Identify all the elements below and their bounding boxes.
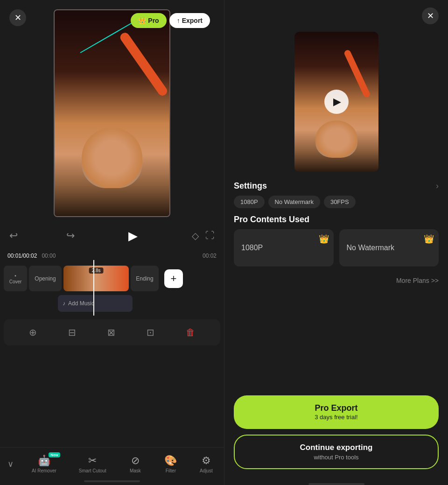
pro-cards: 1080P 👑 No Watermark 👑 (234, 229, 439, 267)
pro-export-label: Pro Export (241, 403, 431, 414)
crown-icon-small: 👑 (138, 17, 146, 24)
play-overlay-button[interactable]: ▶ (324, 90, 349, 114)
ending-track[interactable]: Ending (131, 266, 159, 291)
thumb-bowl (315, 120, 357, 158)
video-preview-area: ✕ 👑 Pro ↑ Export (0, 0, 224, 222)
new-badge: New (49, 452, 60, 457)
keyframe-icon[interactable]: ◇ (192, 230, 199, 241)
cover-icon: ▪ (14, 273, 16, 278)
cover-label[interactable]: ▪ Cover (4, 266, 27, 291)
pro-contents-title: Pro Contents Used (234, 215, 309, 225)
settings-section: Settings › 1080P No Watermark 30FPS (224, 181, 448, 215)
music-icon: ♪ (63, 300, 65, 307)
timecode-mid: 00:00 (42, 253, 56, 259)
pro-card-1080p-label: 1080P (241, 244, 263, 252)
close-button-right[interactable]: ✕ (422, 7, 439, 24)
ice-cream-bowl (82, 127, 142, 188)
pro-export-sub: 3 days free trial! (241, 414, 431, 422)
tab-adjust[interactable]: ⚙ Adjust (196, 452, 217, 476)
export-button[interactable]: ↑ Export (169, 13, 210, 28)
undo-button[interactable]: ↩ (9, 230, 18, 242)
redo-button[interactable]: ↪ (66, 230, 75, 242)
tab-smart-cutout-label: Smart Cutout (79, 468, 106, 474)
right-header: ✕ (224, 0, 448, 32)
pro-contents-header: Pro Contents Used (234, 215, 439, 225)
close-button-left[interactable]: ✕ (9, 9, 26, 26)
play-button[interactable]: ▶ (123, 225, 143, 246)
filter-icon: 🎨 (164, 454, 177, 467)
continue-export-button[interactable]: Continue exporting without Pro tools (234, 435, 439, 469)
copy-tool-icon[interactable]: ⊕ (27, 325, 39, 340)
settings-tags: 1080P No Watermark 30FPS (234, 196, 439, 208)
adjust-tool-icon[interactable]: ⊡ (145, 325, 156, 340)
crown-icon-no-watermark: 👑 (424, 234, 434, 244)
clip-duration-badge: 2.8s (89, 267, 104, 274)
trim-tool-icon[interactable]: ⊠ (105, 325, 117, 340)
pro-card-1080p[interactable]: 1080P 👑 (234, 229, 334, 267)
timeline-section: 00:01/00:02 00:00 00:02 ▪ Cover Opening … (0, 250, 224, 317)
tab-mask-label: Mask (130, 468, 141, 474)
collapse-button[interactable]: ∨ (0, 459, 21, 469)
pro-button[interactable]: 👑 Pro (131, 13, 166, 28)
settings-header: Settings › (234, 181, 439, 191)
right-panel: ✕ ▶ Settings › 1080P No Watermark 30FPS … (224, 0, 448, 485)
tab-items: 🤖 AI Remover New ✂ Smart Cutout ⊘ Mask 🎨… (21, 452, 224, 476)
adjust-icon: ⚙ (200, 454, 213, 467)
tab-filter-label: Filter (166, 468, 176, 474)
smart-cutout-icon: ✂ (86, 454, 99, 467)
delete-tool-icon[interactable]: 🗑 (184, 325, 197, 340)
video-frame (54, 9, 170, 217)
bottom-tabs: ∨ 🤖 AI Remover New ✂ Smart Cutout ⊘ Mask… (0, 447, 224, 478)
pro-contents-section: Pro Contents Used 1080P 👑 No Watermark 👑 (224, 215, 448, 273)
music-track[interactable]: ♪ Add Music (58, 295, 133, 312)
more-plans-link[interactable]: More Plans >> (224, 273, 448, 292)
spoon-visual (119, 31, 169, 98)
settings-tag-1080p[interactable]: 1080P (234, 196, 265, 208)
settings-title: Settings (234, 181, 267, 191)
tab-mask[interactable]: ⊘ Mask (125, 452, 146, 476)
tab-filter[interactable]: 🎨 Filter (161, 452, 181, 476)
pro-export-button-group: 👑 Pro ↑ Export (131, 13, 210, 28)
continue-export-label: Continue exporting (300, 443, 373, 452)
thumb-spoon (343, 49, 371, 98)
add-track-button[interactable]: + (164, 269, 183, 288)
scroll-indicator-right (308, 483, 364, 485)
timecode-bar: 00:01/00:02 00:00 00:02 (0, 252, 224, 260)
timecode-end: 00:02 (203, 253, 217, 259)
upload-icon: ↑ (177, 17, 180, 24)
scroll-indicator-left (84, 480, 140, 482)
action-buttons: Pro Export 3 days free trial! Continue e… (224, 395, 448, 478)
timeline-tracks: ▪ Cover Opening 2.8s Ending + ♪ (0, 260, 224, 316)
fullscreen-icon[interactable]: ⛶ (205, 230, 215, 241)
settings-tag-30fps[interactable]: 30FPS (324, 196, 356, 208)
tab-adjust-label: Adjust (200, 468, 213, 474)
settings-chevron-icon[interactable]: › (436, 181, 439, 191)
left-panel: ✕ 👑 Pro ↑ Export ↩ ↪ ▶ ◇ (0, 0, 224, 485)
timeline-controls: ◇ ⛶ (192, 230, 215, 241)
pro-card-no-watermark-label: No Watermark (347, 244, 395, 252)
edit-tools-bar: ⊕ ⊟ ⊠ ⊡ 🗑 (4, 319, 220, 345)
tab-ai-remover-label: AI Remover (32, 468, 56, 474)
tab-ai-remover[interactable]: 🤖 AI Remover New (28, 452, 60, 476)
continue-export-sub: without Pro tools (241, 453, 431, 462)
video-clip-track[interactable]: 2.8s (63, 266, 129, 291)
opening-track[interactable]: Opening (29, 266, 62, 291)
split-tool-icon[interactable]: ⊟ (66, 325, 78, 340)
video-background (55, 10, 169, 216)
controls-bar: ↩ ↪ ▶ ◇ ⛶ (0, 222, 224, 250)
mask-icon: ⊘ (129, 454, 142, 467)
main-track-row: ▪ Cover Opening 2.8s Ending + (0, 264, 224, 293)
settings-tag-no-watermark[interactable]: No Watermark (268, 196, 320, 208)
tab-smart-cutout[interactable]: ✂ Smart Cutout (75, 452, 110, 476)
pro-card-no-watermark[interactable]: No Watermark 👑 (339, 229, 439, 267)
pro-export-button[interactable]: Pro Export 3 days free trial! (234, 395, 439, 429)
video-thumbnail: ▶ (294, 32, 378, 172)
timeline-cursor (93, 260, 94, 316)
timecode-current: 00:01/00:02 (7, 253, 37, 259)
chevron-down-icon: ∨ (7, 459, 14, 469)
crown-icon-1080p: 👑 (319, 234, 329, 244)
